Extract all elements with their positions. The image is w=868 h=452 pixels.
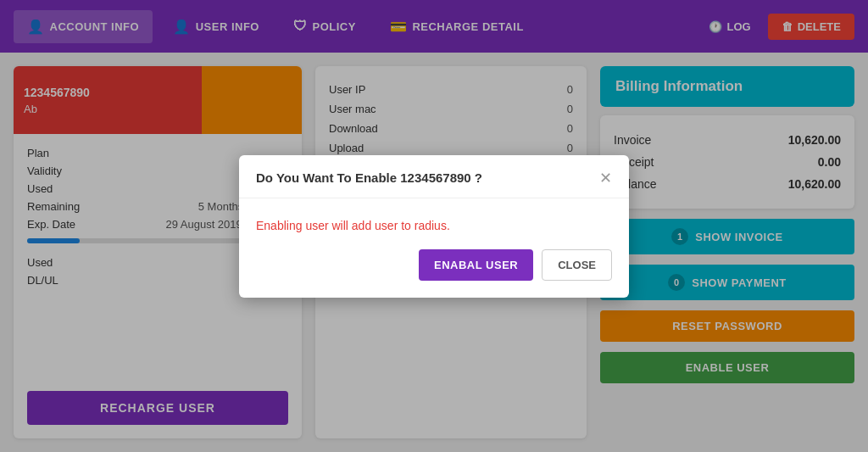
- modal-title: Do You Want To Enable 1234567890 ?: [256, 170, 482, 185]
- modal-close-button[interactable]: CLOSE: [542, 249, 612, 281]
- modal-body: Enabling user will add user to radius. E…: [239, 212, 629, 298]
- modal-header: Do You Want To Enable 1234567890 ? ✕: [239, 155, 629, 198]
- modal-divider: [239, 198, 629, 198]
- enable-user-modal: Do You Want To Enable 1234567890 ? ✕ Ena…: [239, 155, 629, 298]
- modal-actions: ENABAL USER CLOSE: [256, 249, 612, 281]
- enable-user-confirm-button[interactable]: ENABAL USER: [419, 249, 533, 281]
- modal-warning-text: Enabling user will add user to radius.: [256, 219, 612, 232]
- modal-overlay: Do You Want To Enable 1234567890 ? ✕ Ena…: [0, 0, 868, 452]
- modal-close-icon[interactable]: ✕: [599, 170, 612, 186]
